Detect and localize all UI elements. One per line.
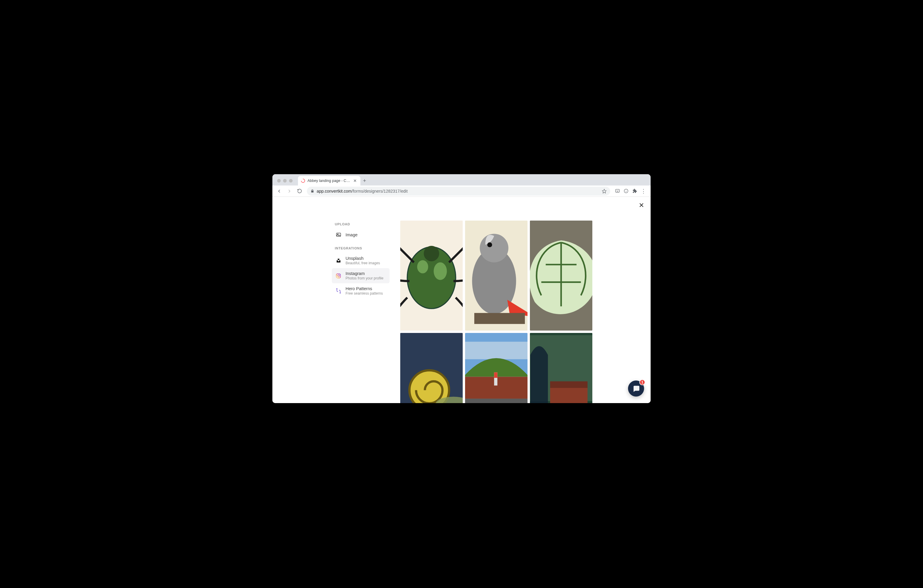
sidebar-item-label: Instagram (345, 271, 383, 276)
maximize-window-icon[interactable] (289, 179, 292, 182)
svg-point-10 (336, 288, 337, 289)
heropatterns-icon (335, 288, 342, 294)
image-icon (335, 232, 342, 238)
gallery-thumb-mound[interactable] (465, 333, 527, 403)
app-viewport: ✕ UPLOAD Image INTEGRATIONS (273, 197, 650, 403)
svg-rect-30 (465, 342, 527, 359)
section-integrations-label: INTEGRATIONS (335, 246, 389, 250)
back-button[interactable] (275, 187, 284, 195)
extension-icons: ⋮ (613, 188, 648, 194)
image-picker-modal: UPLOAD Image INTEGRATIONS (273, 197, 650, 403)
extensions-icon[interactable] (632, 189, 637, 194)
browser-menu-icon[interactable]: ⋮ (641, 188, 647, 194)
sidebar-item-label: Hero Patterns (345, 286, 383, 291)
gallery-thumb-beetle[interactable] (400, 220, 463, 330)
close-window-icon[interactable] (277, 179, 281, 182)
reload-button[interactable] (295, 187, 304, 195)
sidebar-item-sub: Free seamless patterns (345, 291, 383, 296)
svg-rect-32 (465, 399, 527, 403)
svg-point-15 (417, 260, 428, 273)
minimize-window-icon[interactable] (283, 179, 287, 182)
sidebar-item-image[interactable]: Image (332, 229, 389, 240)
svg-rect-7 (336, 273, 340, 278)
sidebar-item-sub: Photos from your profile (345, 276, 383, 280)
sidebar-item-label: Unsplash (345, 256, 380, 261)
address-bar[interactable]: app.convertkit.com/forms/designers/12823… (307, 187, 610, 195)
sidebar-item-label: Image (345, 232, 357, 237)
browser-tab[interactable]: Abbey landing page - ConvertK ✕ (298, 176, 360, 186)
svg-marker-0 (602, 189, 606, 193)
toolbar: app.convertkit.com/forms/designers/12823… (273, 186, 650, 197)
section-upload-label: UPLOAD (335, 222, 389, 226)
svg-point-8 (338, 275, 339, 276)
new-tab-button[interactable]: + (360, 176, 369, 186)
star-icon[interactable] (602, 189, 607, 194)
favicon-icon (300, 178, 306, 184)
sidebar-item-heropatterns[interactable]: Hero Patterns Free seamless patterns (332, 283, 389, 299)
url-text: app.convertkit.com/forms/designers/12823… (317, 189, 599, 194)
sidebar-item-unsplash[interactable]: Unsplash Beautiful, free images (332, 253, 389, 268)
svg-rect-38 (550, 381, 588, 388)
sidebar-item-sub: Beautiful, free images (345, 261, 380, 265)
instagram-icon (335, 273, 342, 279)
gallery-thumb-leaves[interactable] (530, 220, 592, 330)
sidebar: UPLOAD Image INTEGRATIONS (332, 220, 391, 403)
intercom-badge: 1 (639, 379, 645, 385)
chat-icon (632, 385, 640, 393)
gallery-thumb-castle[interactable] (530, 333, 592, 403)
browser-window: Abbey landing page - ConvertK ✕ + app.c (273, 174, 650, 403)
info-icon[interactable] (624, 189, 629, 194)
unsplash-icon (335, 258, 342, 263)
svg-rect-22 (474, 313, 525, 324)
svg-rect-1 (616, 189, 619, 192)
sidebar-item-instagram[interactable]: Instagram Photos from your profile (332, 268, 389, 283)
gallery-thumb-snail[interactable] (400, 333, 463, 403)
svg-point-11 (340, 293, 340, 293)
svg-point-21 (487, 242, 492, 247)
tab-title: Abbey landing page - ConvertK (307, 179, 350, 183)
svg-point-17 (424, 246, 439, 261)
intercom-launcher[interactable]: 1 (628, 381, 644, 397)
svg-point-9 (339, 274, 340, 275)
gallery (400, 220, 596, 403)
window-controls[interactable] (275, 179, 294, 186)
pocket-icon[interactable] (615, 189, 620, 194)
svg-rect-37 (550, 386, 588, 403)
gallery-thumb-parrot[interactable] (465, 220, 527, 330)
lock-icon (310, 189, 314, 193)
forward-button[interactable] (285, 187, 294, 195)
tab-strip: Abbey landing page - ConvertK ✕ + (273, 174, 650, 186)
svg-rect-34 (494, 373, 498, 378)
close-tab-icon[interactable]: ✕ (353, 178, 357, 183)
svg-point-16 (434, 263, 447, 280)
svg-point-20 (480, 234, 509, 262)
